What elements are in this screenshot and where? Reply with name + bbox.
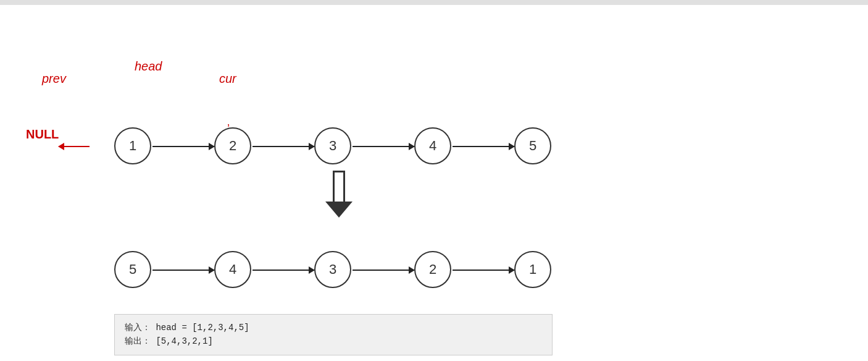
top-arrow-1-2: [152, 146, 214, 147]
bottom-node-4: 2: [414, 251, 451, 288]
bottom-arrow-2-3: [252, 270, 314, 271]
top-node-5: 5: [514, 127, 551, 164]
main-container: head prev cur NULL 1 2 ’ 3 4 5 5: [0, 5, 868, 361]
tick-mark: ’: [227, 122, 230, 135]
down-arrow: [325, 171, 353, 218]
prev-label: prev: [42, 72, 66, 86]
null-label: NULL: [26, 127, 59, 142]
bottom-node-3: 3: [314, 251, 351, 288]
output-value: [5,4,3,2,1]: [156, 336, 212, 346]
head-label: head: [135, 59, 162, 74]
output-label: 输出：: [125, 336, 151, 346]
bottom-node-1: 5: [114, 251, 151, 288]
code-block: 输入： head = [1,2,3,4,5] 输出： [5,4,3,2,1]: [114, 314, 553, 355]
top-node-4: 4: [414, 127, 451, 164]
top-node-3: 3: [314, 127, 351, 164]
input-label: 输入：: [125, 323, 151, 333]
code-output-line: 输出： [5,4,3,2,1]: [125, 334, 542, 348]
bottom-arrow-1-2: [152, 270, 214, 271]
bottom-arrow-3-4: [353, 270, 414, 271]
null-arrow: [59, 146, 90, 147]
top-node-1: 1: [114, 127, 151, 164]
input-value: head = [1,2,3,4,5]: [156, 323, 249, 333]
top-bar: [0, 0, 868, 5]
top-arrow-2-3: [252, 146, 314, 147]
top-arrow-3-4: [353, 146, 414, 147]
code-input-line: 输入： head = [1,2,3,4,5]: [125, 321, 542, 334]
top-node-2: 2: [214, 127, 251, 164]
bottom-arrow-4-5: [453, 270, 514, 271]
top-arrow-4-5: [453, 146, 514, 147]
bottom-node-2: 4: [214, 251, 251, 288]
cur-label: cur: [219, 72, 236, 86]
bottom-node-5: 1: [514, 251, 551, 288]
